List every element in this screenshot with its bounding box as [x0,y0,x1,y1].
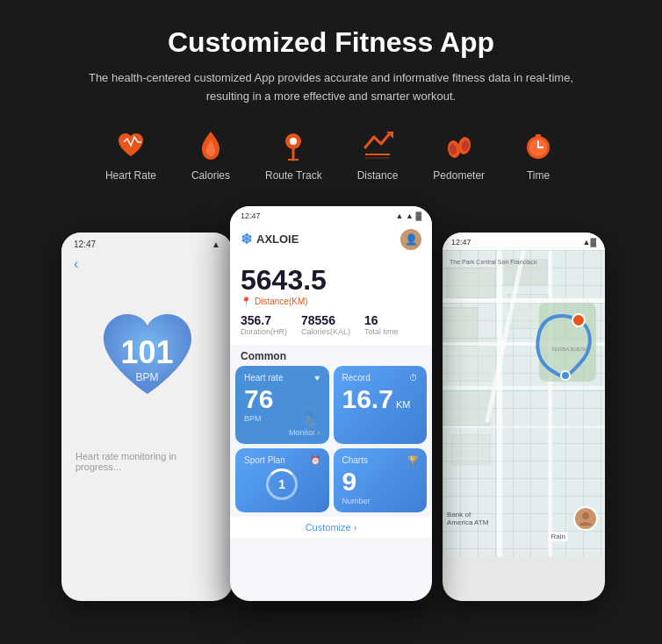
customize-label: Customize › [306,522,357,533]
sport-circle: 1 [266,469,298,500]
distance-label: Distance [357,169,399,182]
runner-figure: 🏃 [295,411,326,440]
right-status-bar: 12:47 ▲▓ [443,233,605,250]
svg-point-13 [572,314,585,326]
heart-rate-label: Heart Rate [105,169,156,182]
svg-point-14 [582,512,589,519]
svg-point-12 [561,371,570,380]
logo-icon: ❄ [241,231,252,247]
record-card[interactable]: Record ⏱ 16.7 KM [334,366,428,444]
phone-left: 12:47 ▲ ‹ [61,233,233,601]
time-icon [520,127,557,164]
map-block-1 [447,268,495,298]
heart-content: 101 BPM Heart rate monitoring in progres… [61,275,233,472]
heart-rate-card[interactable]: Heart rate ♥ 76 BPM Monitor › 🏃 [235,366,329,444]
map-block-6 [443,390,491,426]
icon-route-track: Route Track [265,127,322,182]
trophy-icon: 🏆 [407,455,418,465]
page-subtitle: The health-centered customized App provi… [68,69,594,106]
page-wrapper: Customized Fitness App The health-center… [0,0,662,636]
record-card-icon: ⏱ [409,373,418,383]
main-distance: 5643.5 [241,264,421,297]
map-block-7 [451,434,491,465]
heart-rate-card-value: 76 [244,386,320,412]
record-card-value: 16.7 [342,386,393,412]
stat-type: Distance(KM) [255,297,308,306]
icon-heart-rate: Heart Rate [105,127,156,182]
heart-card-icon: ♥ [315,373,320,383]
duration-label: Duration(HR) [241,327,287,336]
avatar-icon: 👤 [400,229,421,250]
road-vertical-2 [548,250,552,557]
road-horizontal-4 [443,426,605,428]
middle-status-bar: 12:47 ▲ ▲ ▓ [230,206,432,224]
bpm-value: 101 [120,334,173,371]
sport-clock-icon: ⏰ [310,455,320,465]
card-title-heart: Heart rate ♥ [244,373,320,383]
stat-duration: 356.7 Duration(HR) [241,313,287,336]
sport-plan-card[interactable]: Sport Plan ⏰ 1 [235,448,329,512]
features-icons-row: Heart Rate Calories Route Track [18,127,644,182]
total-time-value: 16 [364,313,399,327]
left-signal: ▲ [212,240,220,249]
middle-time: 12:47 [241,211,261,220]
phone-right: 12:47 ▲▓ [443,233,605,601]
customize-bar[interactable]: Customize › [230,517,432,538]
location-icon: 📍 [241,297,251,306]
brand-name: AXLOIE [256,233,299,246]
brand-header: ❄ AXLOIE 👤 [230,224,432,257]
stats-section: 5643.5 📍 Distance(KM) 356.7 Duration(HR)… [230,257,432,345]
map-area: The Park Central San Francisco YERBA BUE… [443,250,605,557]
icon-calories: Calories [191,127,230,182]
icon-distance: Distance [357,127,399,182]
card-title-sport: Sport Plan ⏰ [244,455,320,465]
yerba-label: YERBA BUENA [548,347,592,352]
time-label: Time [527,169,550,182]
charts-sublabel: Number [342,497,419,505]
charts-card-value: 9 [342,469,419,495]
calories-icon [192,127,229,164]
heart-container: 101 BPM [90,302,205,416]
distance-icon [359,127,396,164]
header-section: Customized Fitness App The health-center… [18,26,644,106]
stat-subtitle: 📍 Distance(KM) [241,297,421,306]
calories-label: Calories(KAL) [301,327,350,336]
pedometer-label: Pedometer [433,169,485,182]
stat-total-time: 16 Total time [364,313,399,336]
page-title: Customized Fitness App [18,26,644,59]
icon-pedometer: Pedometer [433,127,485,182]
left-status-bar: 12:47 ▲ [61,233,233,253]
map-avatar [573,506,598,531]
monitoring-text: Heart rate monitoring in progress... [61,451,233,472]
axloie-logo: ❄ AXLOIE [241,231,299,247]
heart-rate-icon [112,127,149,164]
duration-value: 356.7 [241,313,287,327]
calories-label: Calories [191,169,230,182]
pedometer-icon [441,127,478,164]
svg-rect-11 [536,134,541,137]
icon-time: Time [520,127,557,182]
route-track-icon [275,127,312,164]
record-unit: KM [396,399,411,410]
map-text-overlay: The Park Central San Francisco [450,259,537,265]
back-button[interactable]: ‹ [61,253,233,275]
route-svg [530,298,601,386]
phones-container: 12:47 ▲ ‹ [18,206,644,619]
common-label: Common [230,345,432,366]
calories-value: 78556 [301,313,350,327]
road-vertical-1 [497,250,502,557]
right-time: 12:47 [451,238,471,247]
svg-point-1 [290,138,297,145]
heart-text: 101 BPM [120,334,173,383]
left-time: 12:47 [74,240,96,249]
stat-calories: 78556 Calories(KAL) [301,313,350,336]
cards-grid: Heart rate ♥ 76 BPM Monitor › 🏃 Record ⏱ [230,366,432,517]
right-signal: ▲▓ [583,238,596,247]
bpm-label: BPM [120,371,173,383]
charts-card[interactable]: Charts 🏆 9 Number [334,448,428,512]
bank-label: Bank ofAmerica ATM [447,511,488,526]
route-track-label: Route Track [265,169,322,182]
phone-middle: 12:47 ▲ ▲ ▓ ❄ AXLOIE 👤 5643.5 📍 Distance… [230,206,432,601]
rain-label: Rain [549,532,568,541]
card-title-record: Record ⏱ [342,373,419,383]
